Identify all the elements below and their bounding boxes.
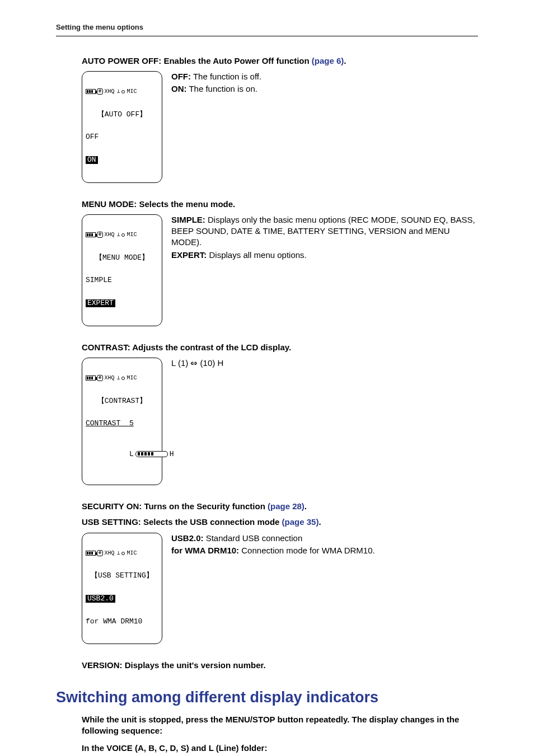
auto-power-off-heading: AUTO POWER OFF: Enables the Auto Power O…	[82, 55, 478, 67]
option-label: for WMA DRM10:	[171, 546, 239, 555]
lcd-menu-mode: e XHQ ⟂ MIC 【MENU MODE】 SIMPLE EXPERT	[82, 214, 162, 326]
mic-dot-icon	[121, 552, 125, 555]
option-label: SIMPLE:	[171, 215, 205, 224]
lcd-title: 【MENU MODE】	[86, 254, 158, 262]
option-label: USB2.0:	[171, 533, 204, 543]
option-text: Displays only the basic menu options (RE…	[171, 215, 475, 247]
mic-label: MIC	[127, 375, 137, 381]
lcd-line: for WMA DRM10	[86, 618, 158, 626]
xhq-label: XHQ	[104, 232, 114, 238]
option-text: The function is off.	[191, 72, 261, 81]
lcd-line-selected: USB2.0	[86, 595, 158, 603]
lcd-auto-off: e XHQ ⟂ MIC 【AUTO OFF】 OFF ON	[82, 71, 162, 183]
option-label: OFF:	[171, 72, 191, 81]
lcd-status-bar: e XHQ ⟂ MIC	[86, 550, 158, 556]
option-text: The function is on.	[187, 84, 257, 93]
option-text: Displays all menu options.	[207, 250, 306, 260]
page-link[interactable]: (page 35)	[282, 517, 319, 527]
lcd-line: CONTRAST 5	[86, 420, 158, 428]
menu-mode-heading: MENU MODE: Selects the menu mode.	[82, 199, 478, 210]
lcd-line-selected: ON	[86, 156, 158, 164]
heading-text: .	[344, 56, 346, 65]
xhq-label: XHQ	[104, 375, 114, 381]
lcd-title: 【USB SETTING】	[86, 572, 158, 580]
antenna-icon: ⟂	[116, 232, 120, 238]
xhq-label: XHQ	[104, 89, 114, 95]
heading-text: SECURITY ON: Turns on the Security funct…	[82, 501, 268, 511]
lcd-title: 【AUTO OFF】	[86, 111, 158, 119]
heading-text: USB SETTING: Selects the USB connection …	[82, 517, 282, 527]
heading-text: AUTO POWER OFF: Enables the Auto Power O…	[82, 56, 312, 65]
antenna-icon: ⟂	[116, 375, 120, 381]
lcd-status-bar: e XHQ ⟂ MIC	[86, 88, 158, 95]
mic-label: MIC	[127, 89, 137, 95]
usb-setting-options: USB2.0: Standard USB connection for WMA …	[171, 533, 478, 558]
switching-intro: While the unit is stopped, press the MEN…	[82, 714, 478, 737]
antenna-icon: ⟂	[116, 551, 120, 556]
battery-icon	[86, 551, 96, 556]
heading-text: .	[305, 501, 307, 511]
mic-dot-icon	[121, 90, 125, 93]
contrast-bar-icon	[135, 451, 168, 457]
lcd-line: SIMPLE	[86, 276, 158, 284]
running-head: Setting the menu options	[56, 22, 478, 32]
security-on-heading: SECURITY ON: Turns on the Security funct…	[82, 501, 478, 512]
e-icon: e	[97, 375, 103, 381]
head-rule	[56, 36, 478, 36]
e-icon: e	[97, 550, 103, 556]
lcd-line-selected: EXPERT	[86, 299, 158, 307]
option-label: EXPERT:	[171, 250, 207, 260]
e-icon: e	[97, 88, 103, 95]
mic-dot-icon	[121, 233, 125, 237]
page-link[interactable]: (page 28)	[268, 501, 305, 511]
mic-dot-icon	[121, 377, 125, 380]
e-icon: e	[97, 232, 103, 238]
auto-power-off-options: OFF: The function is off. ON: The functi…	[171, 71, 478, 96]
lcd-status-bar: e XHQ ⟂ MIC	[86, 375, 158, 381]
lcd-usb-setting: e XHQ ⟂ MIC 【USB SETTING】 USB2.0 for WMA…	[82, 533, 162, 645]
version-heading: VERSION: Displays the unit's version num…	[82, 660, 478, 671]
menu-mode-options: SIMPLE: Displays only the basic menu opt…	[171, 214, 478, 262]
contrast-option-text: L (1) ⇔ (10) H	[171, 358, 478, 370]
mic-label: MIC	[127, 551, 137, 556]
option-label: ON:	[171, 84, 187, 93]
bar-right-label: H	[170, 450, 174, 458]
option-text: Connection mode for WMA DRM10.	[239, 546, 375, 555]
xhq-label: XHQ	[104, 551, 114, 556]
battery-icon	[86, 375, 96, 381]
lcd-contrast: e XHQ ⟂ MIC 【CONTRAST】 CONTRAST 5 LH	[82, 358, 162, 485]
battery-icon	[86, 232, 96, 237]
lcd-status-bar: e XHQ ⟂ MIC	[86, 232, 158, 238]
voice-folder-head: In the VOICE (A, B, C, D, S) and L (Line…	[82, 743, 478, 754]
bar-left-label: L	[129, 450, 134, 458]
section-heading: Switching among different display indica…	[56, 687, 478, 707]
page-link[interactable]: (page 6)	[312, 56, 344, 65]
option-text: Standard USB connection	[204, 533, 303, 543]
lcd-title: 【CONTRAST】	[86, 397, 158, 405]
lcd-contrast-bar: LH	[86, 443, 158, 467]
contrast-heading: CONTRAST: Adjusts the contrast of the LC…	[82, 342, 478, 353]
heading-text: .	[318, 517, 321, 527]
usb-setting-heading: USB SETTING: Selects the USB connection …	[82, 516, 478, 528]
antenna-icon: ⟂	[116, 89, 120, 95]
option-text: L (1) ⇔ (10) H	[171, 358, 478, 369]
lcd-line: OFF	[86, 133, 158, 141]
battery-icon	[86, 89, 96, 94]
mic-label: MIC	[127, 232, 137, 238]
